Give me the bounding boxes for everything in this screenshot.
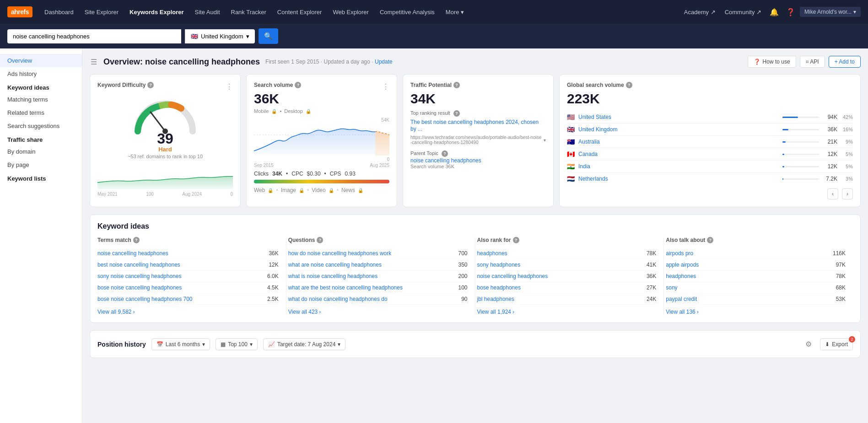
ideas-info-icon-0[interactable]: ? xyxy=(133,237,140,243)
meta-separator2: · xyxy=(372,59,375,65)
sidebar-section-traffic-share: Traffic share xyxy=(0,133,82,145)
sv-video-link[interactable]: Video xyxy=(312,187,325,193)
sv-mobile-label: Mobile xyxy=(254,108,269,114)
kd-info-icon[interactable]: ? xyxy=(147,82,154,88)
country-name-4[interactable]: India xyxy=(578,163,779,170)
sv-info-icon[interactable]: ? xyxy=(295,82,301,88)
sidebar-item-related-terms[interactable]: Related terms xyxy=(0,106,82,119)
idea-term-link[interactable]: paypal credit xyxy=(666,296,836,302)
idea-term-link[interactable]: what are the best noise cancelling headp… xyxy=(288,284,458,291)
sidebar-item-overview[interactable]: Overview xyxy=(0,54,82,67)
sv-trend-chart xyxy=(254,123,389,155)
updated-text: Updated a day ago xyxy=(324,59,370,65)
sv-web-link[interactable]: Web xyxy=(254,187,265,193)
sidebar-item-search-suggestions[interactable]: Search suggestions xyxy=(0,119,82,133)
nav-site-audit[interactable]: Site Audit xyxy=(190,6,225,18)
idea-term-link[interactable]: noise cancelling headphones xyxy=(477,273,647,279)
idea-term-link[interactable]: what are noise cancelling headphones xyxy=(288,262,458,268)
view-all-3[interactable]: View all 136 › xyxy=(666,309,846,315)
idea-term-link[interactable]: sony xyxy=(666,284,836,291)
idea-term-link[interactable]: headphones xyxy=(666,273,836,279)
gsv-prev-button[interactable]: ‹ xyxy=(827,188,838,199)
sidebar: Overview Ads history Keyword ideas Match… xyxy=(0,48,82,423)
nav-community[interactable]: Community ↗ xyxy=(721,6,765,18)
sv-more-button[interactable]: ⋮ xyxy=(382,82,389,91)
notifications-icon[interactable]: 🔔 xyxy=(767,5,782,19)
ideas-info-icon-3[interactable]: ? xyxy=(707,237,713,243)
tp-parent-info-icon[interactable]: ? xyxy=(442,150,448,157)
nav-more[interactable]: More ▾ xyxy=(441,6,469,18)
idea-term-link[interactable]: sony noise cancelling headphones xyxy=(97,273,267,279)
help-icon[interactable]: ❓ xyxy=(783,5,798,19)
nav-competitive-analysis[interactable]: Competitive Analysis xyxy=(375,6,439,18)
nav-rank-tracker[interactable]: Rank Tracker xyxy=(226,6,271,18)
gsv-next-button[interactable]: › xyxy=(842,188,853,199)
idea-term-link[interactable]: airpods pro xyxy=(666,250,833,257)
country-name-2[interactable]: Australia xyxy=(578,139,779,145)
idea-term-link[interactable]: bose noise cancelling headphones xyxy=(97,284,267,291)
idea-term-link[interactable]: bose headphones xyxy=(477,284,647,291)
tp-result-title[interactable]: The best noise cancelling headphones 202… xyxy=(410,119,539,132)
nav-content-explorer[interactable]: Content Explorer xyxy=(273,6,327,18)
idea-value: 116K xyxy=(833,250,846,257)
sidebar-item-by-page[interactable]: By page xyxy=(0,158,82,171)
api-button[interactable]: ⌗ API xyxy=(800,56,825,68)
sidebar-item-by-domain[interactable]: By domain xyxy=(0,145,82,158)
gsv-info-icon[interactable]: ? xyxy=(626,82,632,88)
idea-term-link[interactable]: jbl headphones xyxy=(477,296,647,302)
sv-desktop-label: Desktop xyxy=(284,108,302,114)
nav-keywords-explorer[interactable]: Keywords Explorer xyxy=(125,6,189,18)
idea-term-link[interactable]: noise cancelling headphones xyxy=(97,250,269,257)
search-button[interactable]: 🔍 xyxy=(259,28,278,44)
idea-term-link[interactable]: what is noise cancelling headphones xyxy=(288,273,458,279)
nav-dashboard[interactable]: Dashboard xyxy=(40,6,78,18)
view-all-1[interactable]: View all 423 › xyxy=(288,309,468,315)
tp-parent-link[interactable]: noise cancelling headphones xyxy=(410,157,481,164)
idea-term-link[interactable]: apple airpods xyxy=(666,262,836,268)
user-menu[interactable]: Mike Arnold's wor... ▾ xyxy=(800,7,861,17)
idea-term-link[interactable]: what do noise cancelling headphones do xyxy=(288,296,461,302)
gsv-navigation: ‹ › xyxy=(567,188,853,199)
sidebar-item-matching-terms[interactable]: Matching terms xyxy=(0,93,82,106)
sidebar-item-ads-history[interactable]: Ads history xyxy=(0,67,82,80)
how-to-use-button[interactable]: ❓ How to use xyxy=(748,56,796,68)
idea-value: 36K xyxy=(269,250,278,257)
clicks-value: 34K xyxy=(272,171,282,177)
tp-info-icon[interactable]: ? xyxy=(453,82,460,88)
sv-image-link[interactable]: Image xyxy=(281,187,296,193)
update-link[interactable]: Update xyxy=(375,59,393,65)
add-to-button[interactable]: + Add to xyxy=(829,56,861,68)
menu-toggle-button[interactable]: ☰ xyxy=(90,57,98,67)
idea-term-link[interactable]: how do noise cancelling headphones work xyxy=(288,250,458,257)
kd-more-button[interactable]: ⋮ xyxy=(226,82,233,91)
idea-term-link[interactable]: sony headphones xyxy=(477,262,647,268)
time-range-selector[interactable]: 📅 Last 6 months ▾ xyxy=(151,338,210,350)
idea-term-link[interactable]: headphones xyxy=(477,250,647,257)
gauge-chart xyxy=(129,95,202,136)
top-selector[interactable]: ▦ Top 100 ▾ xyxy=(216,338,258,350)
export-button[interactable]: ⬇ Export 2 xyxy=(820,338,853,350)
calendar-icon: 📅 xyxy=(156,341,163,348)
country-name-1[interactable]: United Kingdom xyxy=(578,126,779,133)
nav-web-explorer[interactable]: Web Explorer xyxy=(328,6,373,18)
country-name-0[interactable]: United States xyxy=(578,114,779,120)
nav-academy[interactable]: Academy ↗ xyxy=(680,6,719,18)
target-date-selector[interactable]: 📈 Target date: 7 Aug 2024 ▾ xyxy=(263,338,345,350)
desktop-lock-icon: 🔒 xyxy=(306,109,311,114)
tp-ranking-info-icon[interactable]: ? xyxy=(453,110,460,117)
web-lock-icon: 🔒 xyxy=(268,188,273,193)
country-name-5[interactable]: Netherlands xyxy=(578,176,779,182)
ideas-info-icon-2[interactable]: ? xyxy=(513,237,519,243)
ideas-info-icon-1[interactable]: ? xyxy=(317,237,323,243)
keyword-search-input[interactable] xyxy=(7,29,181,43)
country-selector[interactable]: 🇬🇧 United Kingdom ▾ xyxy=(185,29,255,43)
view-all-2[interactable]: View all 1,924 › xyxy=(477,309,657,315)
view-all-0[interactable]: View all 9,582 › xyxy=(97,309,279,315)
sv-news-link[interactable]: News xyxy=(341,187,355,193)
nav-site-explorer[interactable]: Site Explorer xyxy=(80,6,123,18)
country-name-3[interactable]: Canada xyxy=(578,151,779,157)
idea-term-link[interactable]: bose noise cancelling headphones 700 xyxy=(97,296,267,302)
ph-settings-icon[interactable]: ⚙ xyxy=(803,337,814,351)
gauge-container: 39 Hard ~53 ref. domains to rank in top … xyxy=(97,91,233,163)
idea-term-link[interactable]: best noise cancelling headphones xyxy=(97,262,269,268)
